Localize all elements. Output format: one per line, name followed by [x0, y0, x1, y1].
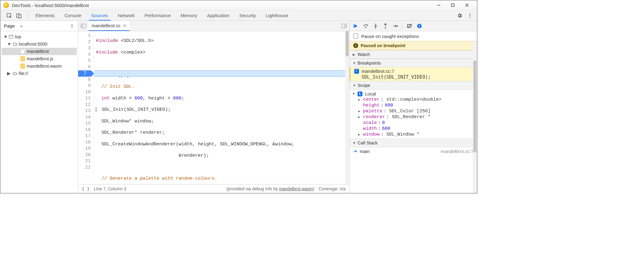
- section-callstack[interactable]: ▼Call Stack: [350, 139, 477, 147]
- file-icon: [20, 56, 25, 61]
- tab-performance[interactable]: Performance: [140, 10, 176, 21]
- editor-statusbar: { } Line 7, Column 3 (provided via debug…: [78, 184, 349, 193]
- tab-lighthouse[interactable]: Lighthouse: [261, 10, 293, 21]
- breakpoint-location: mandelbrot.cc:7: [362, 69, 394, 74]
- tab-application[interactable]: Application: [202, 10, 234, 21]
- pause-on-exceptions-button[interactable]: [415, 22, 423, 30]
- svg-rect-1: [452, 4, 454, 7]
- tree-label: localhost:5000: [19, 42, 47, 47]
- callstack-location: mandelbrot.cc:7: [441, 149, 473, 154]
- scope-local[interactable]: ▼L Local: [353, 91, 477, 97]
- step-over-button[interactable]: [362, 22, 370, 30]
- settings-icon[interactable]: [457, 13, 462, 18]
- step-into-button[interactable]: [372, 22, 380, 30]
- tree-label: mandelbrot: [27, 49, 49, 54]
- navigator-more-tabs-icon[interactable]: »: [20, 24, 23, 28]
- code-content[interactable]: #include <SDL2/SDL.h> #include <complex>…: [94, 31, 349, 184]
- line-gutter[interactable]: 123456 7 8910111213141516171819202122: [78, 31, 94, 184]
- section-scope[interactable]: ▼Scope: [350, 81, 477, 90]
- tab-security[interactable]: Security: [234, 10, 261, 21]
- pretty-print-icon[interactable]: { }: [82, 186, 89, 191]
- toggle-debugger-icon[interactable]: [339, 21, 349, 31]
- tree-file-mandelbrot[interactable]: mandelbrot: [2, 48, 77, 55]
- step-button[interactable]: [391, 22, 399, 30]
- callstack-frame-main[interactable]: ➔ main mandelbrot.cc:7: [350, 147, 477, 155]
- tree-file-mandelbrot-js[interactable]: mandelbrot.js: [2, 55, 77, 62]
- expand-icon[interactable]: ▶: [7, 71, 11, 76]
- editor-panel: mandelbrot.cc ✕ 7 123456 7 8910111213141…: [78, 21, 350, 193]
- current-frame-icon: ➔: [353, 148, 357, 154]
- var-width[interactable]: width: 600: [358, 126, 477, 132]
- window-titlebar: DevTools - localhost:5000/mandelbrot: [0, 0, 477, 10]
- coverage-status: Coverage: n/a: [319, 186, 346, 191]
- kebab-icon[interactable]: [467, 13, 473, 18]
- scope-list: ▼L Local ▶center: std::complex<double> h…: [350, 90, 477, 139]
- file-icon: [20, 49, 25, 54]
- tree-label: top: [15, 34, 21, 39]
- tree-label: file://: [19, 71, 28, 76]
- expand-icon[interactable]: ▼: [7, 42, 11, 47]
- code-editor[interactable]: 7 123456 7 8910111213141516171819202122 …: [78, 31, 349, 184]
- tab-sources[interactable]: Sources: [86, 10, 113, 21]
- tree-node-host[interactable]: ▼ localhost:5000: [2, 40, 77, 48]
- close-tab-icon[interactable]: ✕: [123, 23, 127, 28]
- tree-node-file-scheme[interactable]: ▶ file://: [2, 70, 77, 77]
- chrome-icon: [3, 2, 9, 8]
- svg-point-9: [469, 17, 470, 17]
- cloud-icon: [12, 42, 17, 46]
- cloud-icon: [12, 72, 17, 75]
- tree-node-top[interactable]: ▼ top: [2, 33, 77, 40]
- svg-point-22: [375, 27, 376, 28]
- svg-rect-19: [354, 24, 354, 28]
- inspect-icon[interactable]: [6, 13, 12, 18]
- svg-rect-13: [9, 35, 13, 39]
- deactivate-breakpoints-button[interactable]: [406, 22, 414, 30]
- var-window[interactable]: ▶window: SDL_Window *: [358, 132, 477, 137]
- expand-icon[interactable]: ▼: [3, 34, 7, 39]
- breakpoint-checkbox[interactable]: [354, 69, 359, 74]
- navigator-kebab-icon[interactable]: [70, 24, 74, 28]
- svg-point-26: [397, 25, 398, 27]
- navigator-panel: Page » ▼ top ▼ localhost:5000 mandelbrot: [0, 21, 78, 193]
- tab-console[interactable]: Console: [60, 10, 86, 21]
- tab-network[interactable]: Network: [113, 10, 140, 21]
- svg-point-11: [72, 25, 73, 26]
- svg-rect-28: [419, 25, 420, 26]
- close-button[interactable]: [460, 0, 474, 10]
- svg-point-10: [72, 24, 73, 25]
- file-icon: [20, 64, 25, 69]
- var-palette[interactable]: ▶palette: SDL_Color [256]: [358, 108, 477, 114]
- var-height[interactable]: height: 600: [358, 103, 477, 108]
- maximize-button[interactable]: [446, 0, 460, 10]
- debugger-scrollbar[interactable]: [473, 42, 477, 193]
- var-renderer[interactable]: ▶renderer: SDL_Renderer *: [358, 114, 477, 120]
- local-badge-icon: L: [358, 91, 362, 96]
- paused-banner: i Paused on breakpoint: [350, 41, 477, 50]
- debug-info-link[interactable]: mandelbrot.wasm: [279, 186, 313, 191]
- cursor-position: Line 7, Column 3: [94, 186, 126, 191]
- debug-info-source: (provided via debug info by mandelbrot.w…: [226, 186, 314, 191]
- step-out-button[interactable]: [381, 22, 389, 30]
- navigator-tab-page[interactable]: Page: [4, 21, 15, 31]
- svg-point-8: [469, 15, 470, 16]
- window-title: DevTools - localhost:5000/mandelbrot: [12, 3, 432, 8]
- section-watch[interactable]: ▶Watch: [350, 50, 477, 59]
- var-center[interactable]: ▶center: std::complex<double>: [358, 97, 477, 103]
- svg-rect-29: [419, 27, 420, 27]
- devtools-tabstrip: Elements Console Sources Network Perform…: [0, 10, 477, 21]
- pause-on-caught-checkbox[interactable]: [353, 34, 358, 39]
- minimize-button[interactable]: [432, 0, 446, 10]
- section-breakpoints[interactable]: ▼Breakpoints: [350, 59, 477, 67]
- window-icon: [8, 35, 14, 39]
- resume-button[interactable]: [352, 22, 360, 30]
- file-tab-mandelbrot-cc[interactable]: mandelbrot.cc ✕: [89, 21, 130, 31]
- tab-memory[interactable]: Memory: [176, 10, 202, 21]
- tree-file-mandelbrot-wasm[interactable]: mandelbrot.wasm: [2, 62, 77, 70]
- tree-label: mandelbrot.wasm: [27, 64, 62, 69]
- device-toggle-icon[interactable]: [16, 13, 22, 18]
- svg-point-12: [72, 27, 73, 28]
- toggle-navigator-icon[interactable]: [78, 21, 89, 31]
- var-scale[interactable]: scale: 0: [358, 120, 477, 126]
- tab-elements[interactable]: Elements: [31, 10, 60, 21]
- breakpoint-item[interactable]: mandelbrot.cc:7 SDL_Init(SDL_INIT_VIDEO)…: [350, 67, 477, 81]
